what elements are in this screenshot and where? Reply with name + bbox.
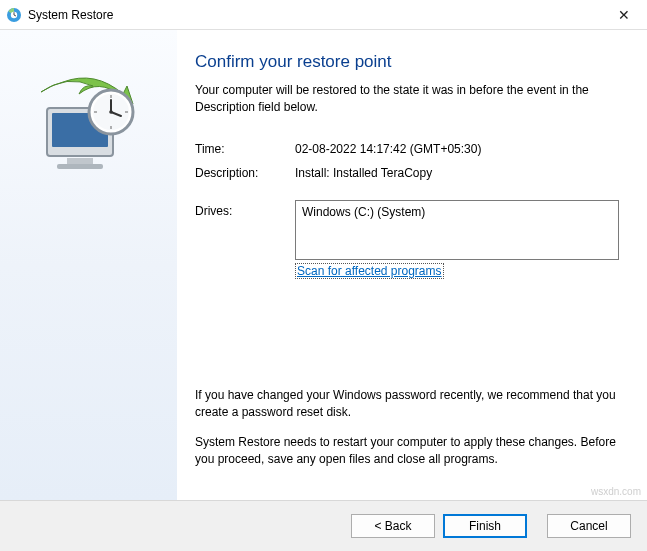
drives-label: Drives:	[195, 200, 295, 260]
finish-button[interactable]: Finish	[443, 514, 527, 538]
svg-point-14	[109, 110, 113, 114]
page-subtext: Your computer will be restored to the st…	[195, 82, 619, 116]
close-button[interactable]: ✕	[601, 0, 647, 30]
svg-rect-5	[57, 164, 103, 169]
password-note: If you have changed your Windows passwor…	[195, 387, 619, 421]
scan-affected-programs-link[interactable]: Scan for affected programs	[295, 263, 444, 279]
content-wrapper: Confirm your restore point Your computer…	[0, 30, 647, 500]
window-title: System Restore	[28, 8, 601, 22]
notes-section: If you have changed your Windows passwor…	[195, 387, 619, 482]
restart-note: System Restore needs to restart your com…	[195, 434, 619, 468]
scan-link-row: Scan for affected programs	[295, 264, 619, 278]
time-label: Time:	[195, 142, 295, 156]
description-value: Install: Installed TeraCopy	[295, 166, 619, 180]
back-button[interactable]: < Back	[351, 514, 435, 538]
drives-row: Drives: Windows (C:) (System)	[195, 200, 619, 260]
sidebar	[0, 30, 177, 500]
description-label: Description:	[195, 166, 295, 180]
button-bar: < Back Finish Cancel	[0, 500, 647, 551]
svg-rect-4	[67, 158, 93, 164]
time-row: Time: 02-08-2022 14:17:42 (GMT+05:30)	[195, 142, 619, 156]
drives-listbox[interactable]: Windows (C:) (System)	[295, 200, 619, 260]
time-value: 02-08-2022 14:17:42 (GMT+05:30)	[295, 142, 619, 156]
cancel-button[interactable]: Cancel	[547, 514, 631, 538]
drives-list-item[interactable]: Windows (C:) (System)	[302, 205, 612, 219]
main-panel: Confirm your restore point Your computer…	[177, 30, 647, 500]
system-restore-icon	[6, 7, 22, 23]
restore-wizard-illustration	[29, 66, 149, 189]
titlebar: System Restore ✕	[0, 0, 647, 30]
page-heading: Confirm your restore point	[195, 52, 619, 72]
description-row: Description: Install: Installed TeraCopy	[195, 166, 619, 180]
